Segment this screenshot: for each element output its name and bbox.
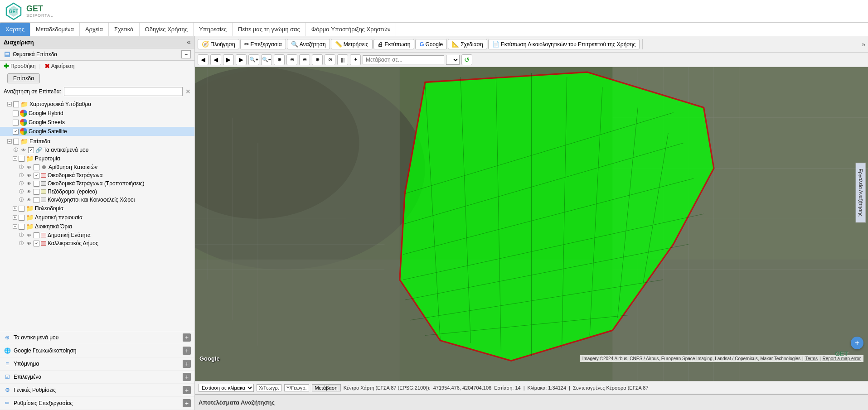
expand-basemaps[interactable]: −: [7, 102, 12, 106]
terms-link[interactable]: Terms: [805, 356, 818, 361]
group-rymotomia[interactable]: − 📁 Ρυμοτομία: [0, 154, 194, 163]
cb-google-hybrid[interactable]: [13, 111, 19, 116]
cb-dimotiki-enotita[interactable]: [34, 232, 39, 238]
layer-pezodromoi[interactable]: ⓘ 👁 Πεζόδρομοι (epoleo): [0, 188, 194, 196]
toolbar-metriseis[interactable]: 📏 Μετρήσεις: [331, 39, 373, 49]
toolbar-epexergasia[interactable]: ✏ Επεξεργασία: [240, 39, 286, 49]
eye-dimotiki-enotita[interactable]: ⓘ: [18, 232, 24, 238]
group-layers[interactable]: − 📁 Επίπεδα: [0, 137, 194, 146]
info-koinochristi[interactable]: 👁: [26, 197, 32, 203]
layer-koinochristi[interactable]: ⓘ 👁 Κοινόχρηστοι και Κοινοφελείς Χώροι: [0, 196, 194, 204]
zoom-in-btn[interactable]: 🔍+: [248, 54, 259, 65]
legend-plus-btn[interactable]: +: [183, 360, 191, 368]
eye-pezodromoi[interactable]: ⓘ: [18, 188, 24, 195]
layer-kallikratikos[interactable]: ⓘ 👁 Καλλικρατικός Δήμος: [0, 239, 194, 247]
zoom-out-btn[interactable]: 🔍−: [261, 54, 272, 65]
geocoding-plus-btn[interactable]: +: [183, 347, 191, 355]
layer-my-objects[interactable]: ⓘ 👁 🔗 Τα αντικείμενά μου: [0, 146, 194, 154]
identify-btn[interactable]: ✦: [350, 54, 361, 65]
edit-settings-plus-btn[interactable]: +: [183, 399, 191, 407]
expand-diikitika[interactable]: −: [13, 224, 17, 229]
zoom-box-btn[interactable]: ⊕: [274, 54, 285, 65]
remove-btn[interactable]: ✖ Αφαίρεση: [44, 63, 75, 70]
layer-oikod-tet-trop[interactable]: ⓘ 👁 Οικοδομικά Τετράγωνα (Τροποποιήσεις): [0, 179, 194, 188]
expand-dimotiki[interactable]: +: [13, 215, 17, 220]
nav-last-btn[interactable]: ▶: [236, 54, 247, 65]
bottom-edit-settings[interactable]: ✏ Ρυθμίσεις Επεξεργασίας +: [0, 397, 194, 410]
info-kallikratikos[interactable]: 👁: [26, 240, 32, 246]
menu-item-files[interactable]: Αρχεία: [80, 23, 109, 36]
right-collapse-btn[interactable]: »: [862, 41, 865, 48]
toolbar-anazitisi[interactable]: 🔍 Αναζήτηση: [287, 39, 330, 49]
toolbar-ektyposi-dik[interactable]: 📄 Εκτύπωση Δικαιολογητικών του Επιτρεπτο…: [488, 39, 640, 49]
goto-input[interactable]: [363, 55, 444, 64]
map-container[interactable]: Google Imagery ©2024 Airbus, CNES / Airb…: [195, 67, 868, 381]
cb-diikitika[interactable]: [19, 224, 24, 230]
panel-collapse-btn[interactable]: «: [187, 38, 191, 46]
selected-plus-btn[interactable]: +: [183, 373, 191, 381]
menu-item-services[interactable]: Υπηρεσίες: [194, 23, 233, 36]
bottom-my-objects[interactable]: ⊕ Τα αντικείμενά μου +: [0, 331, 194, 344]
eye-koinochristi[interactable]: ⓘ: [18, 197, 24, 203]
add-btn[interactable]: ✚ Προσθήκη: [4, 63, 36, 70]
layer-google-streets[interactable]: Google Streets: [0, 118, 194, 127]
cb-koinochristi[interactable]: [34, 197, 39, 203]
cb-arithmisi[interactable]: [34, 164, 39, 170]
info-arithmisi[interactable]: 👁: [26, 164, 32, 170]
layer-oikod-tet[interactable]: ⓘ 👁 Οικοδομικά Τετράγωνα: [0, 171, 194, 179]
search-clear-icon[interactable]: ✕: [185, 88, 191, 95]
eye-oikod-tet[interactable]: ⓘ: [18, 172, 24, 178]
layer-arithmisi[interactable]: ⓘ 👁 Αρίθμηση Κατοικιών: [0, 163, 194, 171]
nav-back-btn[interactable]: ◀: [198, 54, 209, 65]
expand-rymotomia[interactable]: −: [13, 156, 17, 161]
cb-rymotomia[interactable]: [19, 156, 24, 162]
scale-select[interactable]: Εστίαση σε κλίμακα: [199, 384, 254, 392]
menu-item-about[interactable]: Σχετικά: [109, 23, 140, 36]
settings-plus-btn[interactable]: +: [183, 386, 191, 394]
eye-my-objects[interactable]: ⓘ: [13, 147, 19, 153]
menu-item-map[interactable]: Χάρτης: [0, 23, 30, 36]
cb-oikod-tet[interactable]: [34, 173, 39, 178]
info-my-objects[interactable]: 👁: [20, 147, 27, 153]
cb-poleodmia[interactable]: [19, 206, 24, 212]
cb-my-objects[interactable]: [28, 147, 34, 153]
cb-kallikratikos[interactable]: [34, 241, 39, 246]
bottom-settings[interactable]: ⚙ Γενικές Ρυθμίσεις +: [0, 384, 194, 397]
cb-layers[interactable]: [13, 139, 19, 145]
zoom-layer-btn[interactable]: ⊕: [312, 54, 323, 65]
bottom-selected[interactable]: ☑ Επιλεγμένα +: [0, 371, 194, 384]
info-oikod-tet-trop[interactable]: 👁: [26, 180, 32, 187]
expand-layers[interactable]: −: [7, 139, 12, 144]
expand-poleodmia[interactable]: +: [13, 206, 17, 211]
group-basemaps[interactable]: − 📁 Χαρτογραφικά Υπόβαθρα: [0, 100, 194, 109]
right-side-tools-tab[interactable]: Εργαλεία Αναζήτησης: [856, 163, 866, 222]
add-map-btn[interactable]: +: [851, 337, 863, 349]
toolbar-schediasi[interactable]: 📐 Σχεδίαση: [448, 39, 487, 49]
info-oikod-tet[interactable]: 👁: [26, 172, 32, 178]
collapse-layers-btn[interactable]: −: [181, 50, 191, 58]
zoom-minus-btn[interactable]: ⊗: [325, 54, 335, 65]
scale-bar-btn[interactable]: |||: [337, 54, 348, 65]
zoom-all-btn[interactable]: ⊕: [286, 54, 297, 65]
search-input[interactable]: [64, 87, 183, 96]
cb-google-satellite[interactable]: [13, 129, 19, 135]
menu-item-instructions[interactable]: Οδηγίες Χρήσης: [140, 23, 194, 36]
eye-arithmisi[interactable]: ⓘ: [18, 164, 24, 170]
my-objects-plus-btn[interactable]: +: [183, 333, 191, 342]
info-pezodromoi[interactable]: 👁: [26, 188, 32, 195]
toolbar-ektyposi[interactable]: 🖨 Εκτύπωση: [373, 39, 415, 49]
cb-pezodromoi[interactable]: [34, 189, 39, 195]
toolbar-ploigisi[interactable]: 🧭 Πλοήγηση: [198, 39, 239, 49]
group-diikitika[interactable]: − 📁 Διοικητικά Όρια: [0, 222, 194, 231]
eye-oikod-tet-trop[interactable]: ⓘ: [18, 180, 24, 187]
info-dimotiki-enotita[interactable]: 👁: [26, 232, 32, 238]
menu-item-metadata[interactable]: Μεταδεδομένα: [30, 23, 80, 36]
layer-google-satellite[interactable]: Google Satellite: [0, 127, 194, 136]
refresh-btn[interactable]: ↺: [461, 54, 472, 65]
nav-next-btn[interactable]: ▶: [223, 54, 234, 65]
bottom-geocoding[interactable]: 🌐 Google Γεωκωδικοποίηση +: [0, 344, 194, 357]
menu-item-support[interactable]: Φόρμα Υποστήριξης Χρηστών: [306, 23, 397, 36]
zoom-extent-btn[interactable]: ⊕: [299, 54, 310, 65]
goto-select[interactable]: [446, 55, 460, 65]
cb-basemaps[interactable]: [13, 101, 19, 107]
